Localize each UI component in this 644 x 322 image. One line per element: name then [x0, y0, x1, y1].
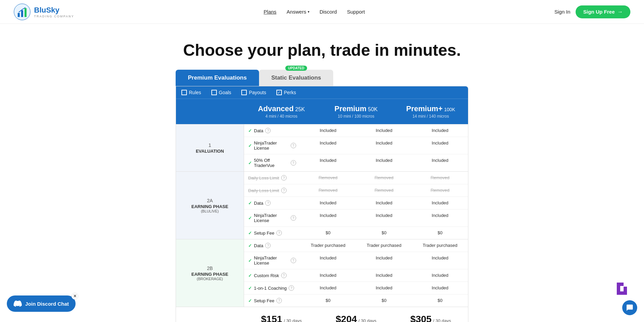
col-header-premium: Premium 50K 10 mini / 100 micros — [319, 99, 393, 124]
info-icon[interactable]: ? — [281, 273, 287, 278]
section-earning-b: 2B EARNING PHASE (BROKERAGE) ✓ Data ? Tr… — [176, 239, 468, 307]
logo-text: BluSky TRADING COMPANY — [34, 6, 74, 18]
table-row: ✓ Custom Risk ? Included Included Includ… — [244, 269, 468, 282]
pricing-empty — [176, 307, 244, 322]
table-row: ✓ 1-on-1 Coaching ? Included Included In… — [244, 282, 468, 294]
pricing-premium: $204 / 30 days + $0 funded setup fees Si… — [319, 307, 393, 322]
discord-close-button[interactable]: ✕ — [71, 293, 78, 300]
svg-rect-7 — [620, 283, 624, 286]
section-earning-a: 2A EARNING PHASE (BLULIVE) Daily Loss Li… — [176, 171, 468, 239]
plans-section: Premium Evaluations UPDATED Static Evalu… — [169, 70, 475, 322]
goals-checkbox[interactable] — [211, 90, 217, 95]
section-label-earning-a: 2A EARNING PHASE (BLULIVE) — [176, 172, 244, 239]
filter-payouts: Payouts — [241, 90, 266, 95]
table-row: ✓ 50% Off TraderVue ? Included Included … — [244, 154, 468, 171]
payouts-checkbox[interactable] — [241, 90, 247, 95]
logo: BluSky TRADING COMPANY — [14, 3, 74, 20]
section-evaluation: 1 EVALUATION ✓ Data ? Included Included … — [176, 124, 468, 171]
info-icon[interactable]: ? — [281, 188, 287, 193]
info-icon[interactable]: ? — [291, 215, 296, 221]
hero-section: Choose your plan, trade in minutes. — [0, 24, 644, 70]
info-icon[interactable]: ? — [276, 298, 282, 303]
rules-checkbox[interactable] — [181, 90, 187, 95]
table-row: ✓ Data ? Included Included Included — [244, 197, 468, 209]
svg-rect-6 — [624, 287, 627, 291]
info-icon[interactable]: ? — [265, 243, 271, 248]
nav: Plans Answers ▾ Discord Support — [264, 9, 365, 15]
arrow-icon: → — [617, 9, 623, 15]
pricing-advanced: $151 / 30 days + $0 funded setup fees Si… — [244, 307, 319, 322]
table-row: Daily Loss Limit ? Removed Removed Remov… — [244, 172, 468, 184]
chevron-down-icon: ▾ — [308, 10, 309, 14]
logo-name: BluSky — [34, 6, 74, 15]
col-header-empty — [176, 99, 244, 124]
perks-checkbox[interactable] — [276, 90, 282, 95]
info-icon[interactable]: ? — [276, 230, 282, 236]
tab-premium[interactable]: Premium Evaluations — [176, 70, 259, 86]
filter-perks: Perks — [276, 90, 296, 95]
chat-icon — [626, 304, 633, 311]
filter-goals: Goals — [211, 90, 231, 95]
col-header-advanced: Advanced 25K 4 mini / 40 micros — [244, 99, 319, 124]
nav-plans[interactable]: Plans — [264, 9, 277, 15]
nav-support[interactable]: Support — [347, 9, 365, 15]
table-row: ✓ Data ? Included Included Included — [244, 124, 468, 137]
hero-title: Choose your plan, trade in minutes. — [7, 41, 637, 60]
table-row: ✓ NinjaTrader License ? Included Include… — [244, 209, 468, 227]
info-icon[interactable]: ? — [291, 160, 296, 166]
pricing-premium-plus: $305 / 30 days + $0 funded setup fees Si… — [393, 307, 468, 322]
nav-answers[interactable]: Answers ▾ — [287, 9, 309, 15]
header-signup-button[interactable]: Sign Up Free → — [576, 5, 630, 18]
eval-features: ✓ Data ? Included Included Included ✓ Ni… — [244, 124, 468, 171]
updated-badge: UPDATED — [285, 66, 307, 71]
tab-row: Premium Evaluations UPDATED Static Evalu… — [176, 70, 468, 86]
discord-label: Join Discord Chat — [25, 301, 69, 307]
svg-rect-1 — [18, 13, 20, 17]
logo-icon — [14, 3, 31, 20]
tab-static[interactable]: UPDATED Static Evaluations — [259, 70, 333, 86]
info-icon[interactable]: ? — [281, 175, 287, 181]
info-icon[interactable]: ? — [289, 285, 294, 291]
svg-rect-5 — [617, 291, 627, 295]
discord-icon — [14, 300, 22, 308]
section-label-eval: 1 EVALUATION — [176, 124, 244, 171]
earning-b-features: ✓ Data ? Trader purchased Trader purchas… — [244, 239, 468, 307]
info-icon[interactable]: ? — [291, 258, 296, 263]
header: BluSky TRADING COMPANY Plans Answers ▾ D… — [0, 0, 644, 24]
plan-table: Rules Goals Payouts Perks Advanced 25K — [176, 86, 468, 322]
header-actions: Sign In Sign Up Free → — [554, 5, 630, 18]
table-row: ✓ Data ? Trader purchased Trader purchas… — [244, 239, 468, 252]
nav-discord[interactable]: Discord — [320, 9, 337, 15]
table-row: Daily Loss Limit ? Removed Removed Remov… — [244, 184, 468, 197]
section-label-earning-b: 2B EARNING PHASE (BROKERAGE) — [176, 239, 244, 307]
logo-sub: TRADING COMPANY — [34, 15, 74, 18]
discord-widget[interactable]: ✕ Join Discord Chat — [7, 295, 76, 312]
corner-svg — [613, 280, 634, 300]
info-icon[interactable]: ? — [291, 143, 296, 148]
filter-row: Rules Goals Payouts Perks — [176, 86, 468, 99]
corner-logo-icon — [613, 280, 634, 302]
table-row: ✓ NinjaTrader License ? Included Include… — [244, 137, 468, 154]
table-row: ✓ Setup Fee ? $0 $0 $0 — [244, 294, 468, 307]
column-headers: Advanced 25K 4 mini / 40 micros Premium … — [176, 99, 468, 124]
info-icon[interactable]: ? — [265, 128, 271, 133]
pricing-row: $151 / 30 days + $0 funded setup fees Si… — [176, 307, 468, 322]
table-row: ✓ NinjaTrader License ? Included Include… — [244, 252, 468, 269]
svg-rect-3 — [25, 8, 27, 17]
table-row: ✓ Setup Fee ? $0 $0 $0 — [244, 227, 468, 239]
chat-bubble-button[interactable] — [622, 300, 637, 315]
sign-in-link[interactable]: Sign In — [554, 9, 570, 15]
svg-rect-2 — [21, 10, 23, 17]
info-icon[interactable]: ? — [265, 200, 271, 206]
col-header-premium-plus: Premium+ 100K 14 mini / 140 micros — [393, 99, 468, 124]
earning-a-features: Daily Loss Limit ? Removed Removed Remov… — [244, 172, 468, 239]
filter-rules: Rules — [181, 90, 201, 95]
